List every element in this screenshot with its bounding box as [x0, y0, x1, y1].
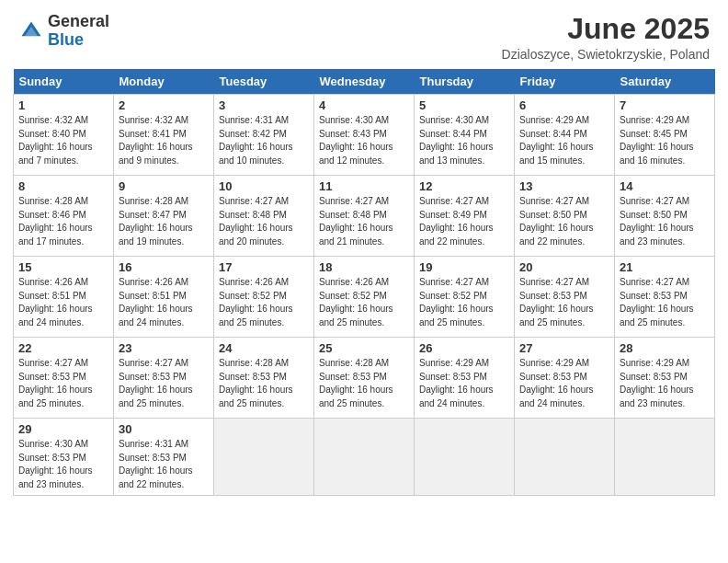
day-cell-empty [615, 419, 715, 496]
day-cell: 13 Sunrise: 4:27 AMSunset: 8:50 PMDaylig… [515, 176, 615, 257]
day-cell: 8 Sunrise: 4:28 AMSunset: 8:46 PMDayligh… [14, 176, 114, 257]
calendar-table: Sunday Monday Tuesday Wednesday Thursday… [13, 69, 715, 496]
day-number: 4 [319, 98, 409, 112]
day-info: Sunrise: 4:27 AMSunset: 8:50 PMDaylight:… [519, 195, 609, 248]
day-number: 25 [319, 341, 409, 355]
day-info: Sunrise: 4:29 AMSunset: 8:45 PMDaylight:… [620, 114, 710, 167]
day-info: Sunrise: 4:27 AMSunset: 8:49 PMDaylight:… [419, 195, 509, 248]
day-number: 6 [519, 98, 609, 112]
day-number: 17 [219, 260, 309, 274]
day-cell: 1 Sunrise: 4:32 AMSunset: 8:40 PMDayligh… [14, 95, 114, 176]
day-cell: 6 Sunrise: 4:29 AMSunset: 8:44 PMDayligh… [515, 95, 615, 176]
day-cell: 29 Sunrise: 4:30 AMSunset: 8:53 PMDaylig… [14, 419, 114, 496]
day-info: Sunrise: 4:29 AMSunset: 8:53 PMDaylight:… [519, 357, 609, 410]
table-row: 29 Sunrise: 4:30 AMSunset: 8:53 PMDaylig… [14, 419, 715, 496]
day-info: Sunrise: 4:28 AMSunset: 8:53 PMDaylight:… [219, 357, 309, 410]
day-info: Sunrise: 4:26 AMSunset: 8:51 PMDaylight:… [119, 276, 209, 329]
day-cell: 12 Sunrise: 4:27 AMSunset: 8:49 PMDaylig… [415, 176, 515, 257]
day-number: 13 [519, 179, 609, 193]
day-info: Sunrise: 4:26 AMSunset: 8:51 PMDaylight:… [18, 276, 108, 329]
day-info: Sunrise: 4:31 AMSunset: 8:42 PMDaylight:… [219, 114, 309, 167]
day-number: 10 [219, 179, 309, 193]
day-cell: 16 Sunrise: 4:26 AMSunset: 8:51 PMDaylig… [114, 257, 214, 338]
day-cell: 22 Sunrise: 4:27 AMSunset: 8:53 PMDaylig… [14, 338, 114, 419]
day-info: Sunrise: 4:29 AMSunset: 8:44 PMDaylight:… [519, 114, 609, 167]
day-number: 26 [419, 341, 509, 355]
day-info: Sunrise: 4:30 AMSunset: 8:43 PMDaylight:… [319, 114, 409, 167]
day-info: Sunrise: 4:26 AMSunset: 8:52 PMDaylight:… [319, 276, 409, 329]
day-number: 2 [119, 98, 209, 112]
logo-blue-text: Blue [48, 30, 84, 49]
day-number: 9 [119, 179, 209, 193]
day-info: Sunrise: 4:27 AMSunset: 8:53 PMDaylight:… [519, 276, 609, 329]
day-cell: 26 Sunrise: 4:29 AMSunset: 8:53 PMDaylig… [415, 338, 515, 419]
logo-general-text: General [48, 12, 109, 30]
day-info: Sunrise: 4:29 AMSunset: 8:53 PMDaylight:… [620, 357, 710, 410]
day-info: Sunrise: 4:32 AMSunset: 8:41 PMDaylight:… [119, 114, 209, 167]
day-number: 12 [419, 179, 509, 193]
day-cell: 7 Sunrise: 4:29 AMSunset: 8:45 PMDayligh… [615, 95, 715, 176]
day-info: Sunrise: 4:32 AMSunset: 8:40 PMDaylight:… [18, 114, 108, 167]
col-friday: Friday [515, 69, 615, 95]
col-wednesday: Wednesday [314, 69, 415, 95]
day-cell: 2 Sunrise: 4:32 AMSunset: 8:41 PMDayligh… [114, 95, 214, 176]
day-info: Sunrise: 4:27 AMSunset: 8:53 PMDaylight:… [18, 357, 108, 410]
title-block: June 2025 Dzialoszyce, Swietokrzyskie, P… [502, 13, 710, 62]
header: General Blue June 2025 Dzialoszyce, Swie… [0, 0, 728, 69]
logo: General Blue [18, 13, 109, 50]
day-cell: 5 Sunrise: 4:30 AMSunset: 8:44 PMDayligh… [415, 95, 515, 176]
day-cell: 28 Sunrise: 4:29 AMSunset: 8:53 PMDaylig… [615, 338, 715, 419]
day-number: 21 [620, 260, 710, 274]
day-cell-empty [214, 419, 314, 496]
day-cell: 18 Sunrise: 4:26 AMSunset: 8:52 PMDaylig… [314, 257, 415, 338]
day-number: 29 [18, 422, 108, 436]
col-thursday: Thursday [415, 69, 515, 95]
day-number: 23 [119, 341, 209, 355]
col-saturday: Saturday [615, 69, 715, 95]
day-cell: 10 Sunrise: 4:27 AMSunset: 8:48 PMDaylig… [214, 176, 314, 257]
day-info: Sunrise: 4:27 AMSunset: 8:50 PMDaylight:… [620, 195, 710, 248]
day-cell: 25 Sunrise: 4:28 AMSunset: 8:53 PMDaylig… [314, 338, 415, 419]
day-number: 7 [620, 98, 710, 112]
day-info: Sunrise: 4:26 AMSunset: 8:52 PMDaylight:… [219, 276, 309, 329]
day-cell-empty [314, 419, 415, 496]
day-cell: 27 Sunrise: 4:29 AMSunset: 8:53 PMDaylig… [515, 338, 615, 419]
day-number: 15 [18, 260, 108, 274]
page: General Blue June 2025 Dzialoszyce, Swie… [0, 0, 728, 563]
day-number: 14 [620, 179, 710, 193]
day-number: 28 [620, 341, 710, 355]
day-number: 20 [519, 260, 609, 274]
day-number: 24 [219, 341, 309, 355]
table-row: 8 Sunrise: 4:28 AMSunset: 8:46 PMDayligh… [14, 176, 715, 257]
col-tuesday: Tuesday [214, 69, 314, 95]
header-row: Sunday Monday Tuesday Wednesday Thursday… [14, 69, 715, 95]
day-number: 19 [419, 260, 509, 274]
day-info: Sunrise: 4:27 AMSunset: 8:52 PMDaylight:… [419, 276, 509, 329]
day-number: 11 [319, 179, 409, 193]
day-info: Sunrise: 4:28 AMSunset: 8:53 PMDaylight:… [319, 357, 409, 410]
day-info: Sunrise: 4:27 AMSunset: 8:53 PMDaylight:… [620, 276, 710, 329]
calendar: Sunday Monday Tuesday Wednesday Thursday… [0, 69, 728, 563]
col-sunday: Sunday [14, 69, 114, 95]
day-cell: 20 Sunrise: 4:27 AMSunset: 8:53 PMDaylig… [515, 257, 615, 338]
day-cell: 30 Sunrise: 4:31 AMSunset: 8:53 PMDaylig… [114, 419, 214, 496]
table-row: 15 Sunrise: 4:26 AMSunset: 8:51 PMDaylig… [14, 257, 715, 338]
day-cell: 24 Sunrise: 4:28 AMSunset: 8:53 PMDaylig… [214, 338, 314, 419]
day-info: Sunrise: 4:28 AMSunset: 8:47 PMDaylight:… [119, 195, 209, 248]
day-number: 16 [119, 260, 209, 274]
day-number: 30 [119, 422, 209, 436]
day-number: 5 [419, 98, 509, 112]
day-number: 3 [219, 98, 309, 112]
day-number: 8 [18, 179, 108, 193]
day-cell: 4 Sunrise: 4:30 AMSunset: 8:43 PMDayligh… [314, 95, 415, 176]
day-cell: 3 Sunrise: 4:31 AMSunset: 8:42 PMDayligh… [214, 95, 314, 176]
day-number: 1 [18, 98, 108, 112]
day-cell: 11 Sunrise: 4:27 AMSunset: 8:48 PMDaylig… [314, 176, 415, 257]
day-number: 18 [319, 260, 409, 274]
day-info: Sunrise: 4:30 AMSunset: 8:53 PMDaylight:… [18, 438, 108, 491]
day-info: Sunrise: 4:28 AMSunset: 8:46 PMDaylight:… [18, 195, 108, 248]
day-info: Sunrise: 4:27 AMSunset: 8:53 PMDaylight:… [119, 357, 209, 410]
day-cell: 21 Sunrise: 4:27 AMSunset: 8:53 PMDaylig… [615, 257, 715, 338]
col-monday: Monday [114, 69, 214, 95]
table-row: 22 Sunrise: 4:27 AMSunset: 8:53 PMDaylig… [14, 338, 715, 419]
